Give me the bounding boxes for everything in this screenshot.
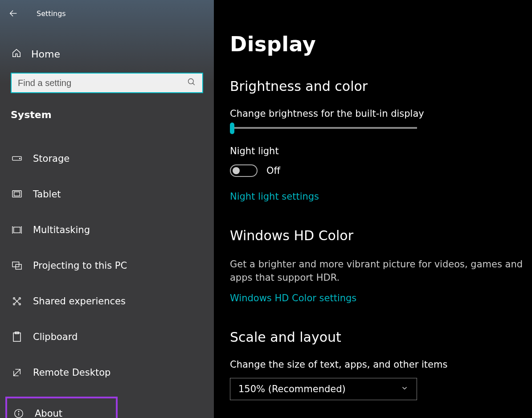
settings-main: Display Brightness and color Change brig…: [214, 0, 532, 418]
page-title: Display: [230, 32, 528, 56]
scale-dropdown-label: Change the size of text, apps, and other…: [230, 359, 528, 370]
sidebar-category: System: [11, 109, 203, 120]
back-button[interactable]: [8, 8, 19, 19]
svg-point-27: [18, 411, 19, 412]
sidebar-item-storage[interactable]: Storage: [11, 147, 203, 170]
brightness-slider-thumb[interactable]: [230, 123, 234, 134]
multitasking-icon: [12, 225, 22, 234]
shared-exp-icon: [12, 296, 22, 306]
svg-point-16: [13, 298, 15, 299]
svg-line-2: [193, 83, 195, 85]
nav-label: Remote Desktop: [33, 367, 110, 378]
svg-rect-7: [14, 227, 20, 233]
svg-point-4: [20, 158, 20, 159]
search-box[interactable]: [11, 73, 203, 93]
scale-dropdown-value: 150% (Recommended): [238, 384, 346, 394]
titlebar: Settings: [0, 4, 214, 28]
svg-point-1: [188, 79, 194, 84]
search-icon: [187, 78, 196, 88]
sidebar-item-clipboard[interactable]: Clipboard: [11, 325, 203, 348]
nav-label: About: [35, 408, 62, 418]
svg-point-18: [13, 303, 15, 305]
night-light-state: Off: [266, 165, 280, 176]
nav-label: Storage: [33, 153, 70, 164]
home-icon: [12, 48, 21, 60]
section-brightness: Brightness and color: [230, 78, 528, 94]
sidebar-item-multitasking[interactable]: Multitasking: [11, 218, 203, 242]
night-light-settings-link[interactable]: Night light settings: [230, 191, 319, 202]
night-light-label: Night light: [230, 146, 528, 156]
hd-color-settings-link[interactable]: Windows HD Color settings: [230, 293, 356, 303]
projecting-icon: [12, 261, 22, 270]
svg-rect-22: [13, 333, 20, 341]
storage-icon: [12, 155, 22, 162]
hd-color-description: Get a brighter and more vibrant picture …: [230, 258, 528, 285]
svg-line-24: [14, 369, 20, 376]
clipboard-icon: [12, 332, 22, 342]
nav-label: Clipboard: [33, 332, 78, 342]
sidebar-nav: Storage Tablet Multitasking Projecting t…: [11, 147, 203, 418]
svg-point-19: [19, 303, 21, 305]
svg-rect-6: [14, 192, 20, 196]
sidebar-item-remote-desktop[interactable]: Remote Desktop: [11, 361, 203, 384]
toggle-knob: [233, 167, 240, 174]
svg-point-17: [19, 298, 21, 299]
section-scale: Scale and layout: [230, 329, 528, 345]
chevron-down-icon: [401, 384, 409, 394]
brightness-slider-label: Change brightness for the built-in displ…: [230, 108, 528, 119]
sidebar-home[interactable]: Home: [11, 45, 203, 73]
search-input[interactable]: [18, 78, 187, 88]
sidebar-item-tablet[interactable]: Tablet: [11, 183, 203, 206]
nav-label: Tablet: [33, 189, 61, 200]
sidebar-item-about-highlight: About: [11, 397, 203, 418]
tablet-icon: [12, 190, 22, 199]
sidebar-item-about[interactable]: About: [10, 399, 113, 418]
brightness-slider[interactable]: [230, 127, 417, 129]
nav-label: Projecting to this PC: [33, 260, 127, 271]
sidebar-home-label: Home: [31, 49, 60, 60]
sidebar-item-projecting[interactable]: Projecting to this PC: [11, 254, 203, 277]
nav-label: Shared experiences: [33, 296, 126, 307]
remote-desktop-icon: [12, 368, 22, 377]
settings-sidebar: Settings Home System: [0, 0, 214, 418]
info-icon: [13, 409, 24, 418]
section-hd-color: Windows HD Color: [230, 228, 528, 243]
scale-dropdown[interactable]: 150% (Recommended): [230, 378, 417, 400]
app-title: Settings: [37, 9, 66, 18]
sidebar-item-shared-exp[interactable]: Shared experiences: [11, 290, 203, 313]
night-light-toggle[interactable]: [230, 164, 258, 177]
nav-label: Multitasking: [33, 225, 90, 235]
